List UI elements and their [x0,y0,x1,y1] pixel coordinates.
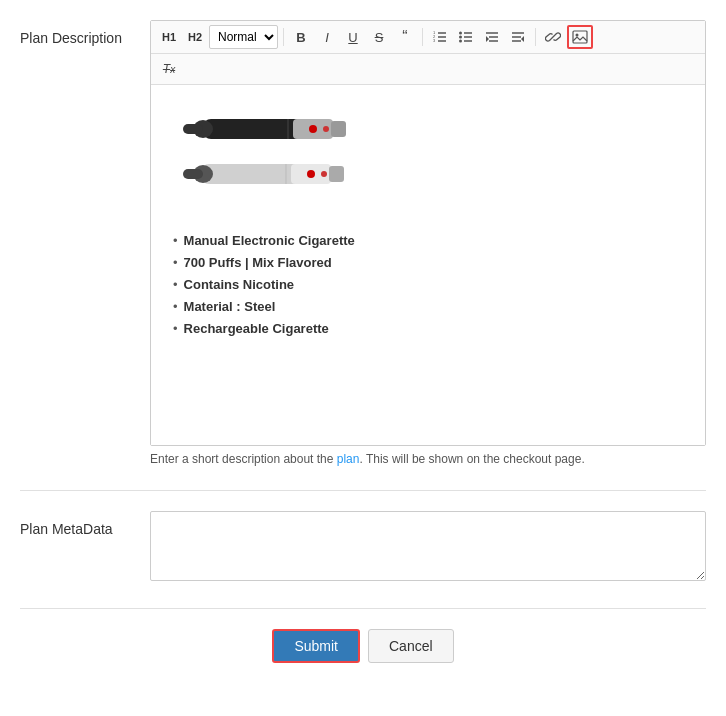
svg-point-27 [309,125,317,133]
svg-marker-19 [521,36,524,42]
toolbar-sep-3 [535,28,536,46]
h2-button[interactable]: H2 [183,25,207,49]
hint-text: Enter a short description about the plan… [150,452,706,466]
svg-marker-15 [486,36,489,42]
cancel-button[interactable]: Cancel [368,629,454,663]
plan-metadata-content [150,511,706,584]
indent-right-button[interactable] [506,25,530,49]
submit-button[interactable]: Submit [272,629,360,663]
rich-text-editor: H1 H2 Normal B I U S “ 123 [150,20,706,446]
clear-format-button[interactable]: Tx [157,57,181,81]
unordered-list-button[interactable] [454,25,478,49]
toolbar-row1: H1 H2 Normal B I U S “ 123 [151,21,705,54]
svg-point-11 [459,40,462,43]
image-icon [572,29,588,45]
plan-description-content: H1 H2 Normal B I U S “ 123 [150,20,706,466]
feature-list: Manual Electronic Cigarette 700 Puffs | … [163,230,693,340]
list-item: Rechargeable Cigarette [173,318,693,340]
ordered-list-button[interactable]: 123 [428,25,452,49]
image-button[interactable] [567,25,593,49]
svg-point-36 [307,170,315,178]
label-text: Plan Description [20,30,122,46]
button-row: Submit Cancel [20,629,706,663]
page-wrapper: Plan Description H1 H2 Normal B I U S [0,0,726,683]
h1-button[interactable]: H1 [157,25,181,49]
svg-rect-35 [183,169,203,179]
indent-left-button[interactable] [480,25,504,49]
toolbar-sep-2 [422,28,423,46]
svg-line-20 [551,35,555,39]
metadata-textarea[interactable] [150,511,706,581]
list-item: 700 Puffs | Mix Flavored [173,252,693,274]
unordered-list-icon [458,29,474,45]
vape-pens-svg [173,97,373,217]
list-item: Material : Steel [173,296,693,318]
svg-rect-21 [573,31,587,43]
svg-text:3: 3 [433,38,436,43]
list-item: Contains Nicotine [173,274,693,296]
divider-2 [20,608,706,609]
link-button[interactable] [541,25,565,49]
quote-button[interactable]: “ [393,25,417,49]
svg-point-9 [459,32,462,35]
toolbar-row2: Tx [151,54,705,85]
plan-metadata-label: Plan MetaData [20,511,150,537]
svg-point-10 [459,36,462,39]
editor-body[interactable]: Manual Electronic Cigarette 700 Puffs | … [151,85,705,445]
svg-rect-26 [183,124,203,134]
indent-left-icon [484,29,500,45]
bold-button[interactable]: B [289,25,313,49]
svg-point-28 [323,126,329,132]
product-image-area [163,97,693,220]
ordered-list-icon: 123 [432,29,448,45]
strikethrough-button[interactable]: S [367,25,391,49]
divider-1 [20,490,706,491]
svg-rect-39 [329,166,344,182]
plan-description-label: Plan Description [20,20,150,46]
link-icon [545,29,561,45]
indent-right-icon [510,29,526,45]
underline-button[interactable]: U [341,25,365,49]
italic-button[interactable]: I [315,25,339,49]
svg-point-37 [321,171,327,177]
plan-description-row: Plan Description H1 H2 Normal B I U S [20,20,706,466]
list-item: Manual Electronic Cigarette [173,230,693,252]
svg-point-22 [576,34,579,37]
plan-metadata-row: Plan MetaData [20,511,706,584]
metadata-label-text: Plan MetaData [20,521,113,537]
svg-rect-30 [331,121,346,137]
toolbar-sep-1 [283,28,284,46]
format-select[interactable]: Normal [209,25,278,49]
